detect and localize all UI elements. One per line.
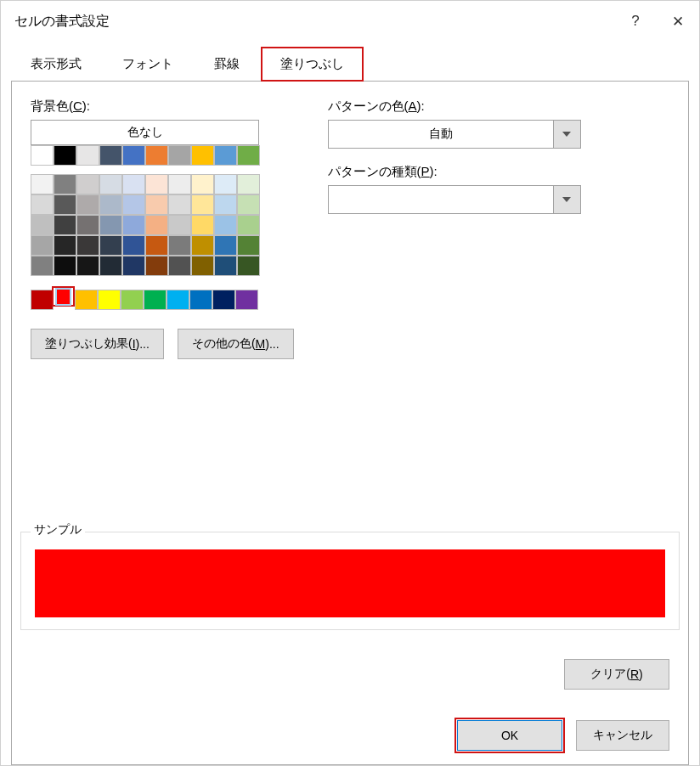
sample-preview <box>35 549 665 617</box>
color-swatch[interactable] <box>98 290 121 310</box>
palette-shade-row <box>31 235 294 256</box>
more-colors-button[interactable]: その他の色(M)... <box>178 329 294 359</box>
color-swatch[interactable] <box>214 145 237 166</box>
color-swatch[interactable] <box>214 215 237 235</box>
help-button[interactable]: ? <box>614 1 657 42</box>
palette-shade-row <box>31 256 294 276</box>
color-swatch[interactable] <box>191 145 214 166</box>
pattern-color-value: 自動 <box>329 121 553 148</box>
tab-font[interactable]: フォント <box>103 47 193 82</box>
color-swatch[interactable] <box>168 145 191 166</box>
color-swatch[interactable] <box>168 174 191 194</box>
color-swatch[interactable] <box>75 290 98 310</box>
color-swatch[interactable] <box>168 194 191 215</box>
color-swatch[interactable] <box>237 174 260 194</box>
color-swatch[interactable] <box>99 235 122 256</box>
color-swatch[interactable] <box>31 235 54 256</box>
color-swatch[interactable] <box>54 145 76 166</box>
color-swatch[interactable] <box>54 194 76 215</box>
color-swatch[interactable] <box>191 174 214 194</box>
color-swatch[interactable] <box>76 194 99 215</box>
color-swatch[interactable] <box>76 215 99 235</box>
color-swatch[interactable] <box>31 174 54 194</box>
color-swatch[interactable] <box>145 235 168 256</box>
color-swatch[interactable] <box>145 256 168 276</box>
color-swatch[interactable] <box>76 145 99 166</box>
color-swatch[interactable] <box>191 235 214 256</box>
palette-shade-row <box>31 174 294 194</box>
color-swatch[interactable] <box>122 256 145 276</box>
color-swatch[interactable] <box>237 256 260 276</box>
color-swatch[interactable] <box>76 235 99 256</box>
color-swatch[interactable] <box>145 194 168 215</box>
tab-fill[interactable]: 塗りつぶし <box>261 47 364 82</box>
color-swatch[interactable] <box>168 235 191 256</box>
color-swatch[interactable] <box>122 215 145 235</box>
color-swatch[interactable] <box>31 145 54 166</box>
color-swatch[interactable] <box>122 145 145 166</box>
color-swatch[interactable] <box>99 174 122 194</box>
color-swatch[interactable] <box>214 194 237 215</box>
pattern-type-value <box>329 186 553 213</box>
sample-group: サンプル <box>20 532 680 630</box>
color-swatch[interactable] <box>168 215 191 235</box>
color-swatch[interactable] <box>31 215 54 235</box>
color-swatch[interactable] <box>214 174 237 194</box>
color-swatch[interactable] <box>189 290 212 310</box>
color-swatch[interactable] <box>145 174 168 194</box>
tab-display-format[interactable]: 表示形式 <box>11 47 101 82</box>
color-swatch[interactable] <box>99 145 122 166</box>
color-swatch[interactable] <box>31 194 54 215</box>
dialog-footer-buttons: OK キャンセル <box>457 720 669 751</box>
tab-border[interactable]: 罫線 <box>195 47 259 82</box>
color-swatch[interactable] <box>167 290 189 310</box>
color-swatch[interactable] <box>145 215 168 235</box>
cancel-button[interactable]: キャンセル <box>576 720 669 751</box>
color-swatch[interactable] <box>76 256 99 276</box>
chevron-down-icon <box>553 121 580 148</box>
color-swatch[interactable] <box>237 215 260 235</box>
palette-theme-row <box>31 145 294 166</box>
color-swatch[interactable] <box>122 235 145 256</box>
color-swatch[interactable] <box>212 290 235 310</box>
color-swatch[interactable] <box>99 215 122 235</box>
color-swatch[interactable] <box>145 145 168 166</box>
color-swatch[interactable] <box>54 215 76 235</box>
color-swatch[interactable] <box>76 174 99 194</box>
pattern-color-label: パターンの色(A): <box>328 99 581 115</box>
pattern-type-label: パターンの種類(P): <box>328 164 581 180</box>
color-swatch[interactable] <box>31 290 54 310</box>
color-swatch[interactable] <box>214 235 237 256</box>
color-swatch[interactable] <box>237 145 260 166</box>
color-swatch[interactable] <box>144 290 167 310</box>
color-swatch[interactable] <box>99 256 122 276</box>
pattern-color-select[interactable]: 自動 <box>328 120 581 149</box>
color-swatch-selected[interactable] <box>52 286 75 307</box>
color-swatch[interactable] <box>54 174 76 194</box>
color-swatch[interactable] <box>191 215 214 235</box>
background-color-label: 背景色(C): <box>31 99 294 115</box>
color-swatch[interactable] <box>122 174 145 194</box>
color-swatch[interactable] <box>237 235 260 256</box>
color-swatch[interactable] <box>54 256 76 276</box>
palette-standard-row <box>31 290 294 310</box>
color-swatch[interactable] <box>54 235 76 256</box>
color-swatch[interactable] <box>191 194 214 215</box>
color-swatch[interactable] <box>31 256 54 276</box>
color-swatch[interactable] <box>235 290 258 310</box>
pattern-type-select[interactable] <box>328 185 581 214</box>
fill-effects-button[interactable]: 塗りつぶし効果(I)... <box>31 329 164 359</box>
color-swatch[interactable] <box>99 194 122 215</box>
ok-button[interactable]: OK <box>457 720 562 751</box>
close-button[interactable]: ✕ <box>657 1 699 42</box>
color-swatch[interactable] <box>168 256 191 276</box>
tabstrip: 表示形式 フォント 罫線 塗りつぶし <box>1 42 699 82</box>
color-swatch[interactable] <box>214 256 237 276</box>
color-swatch[interactable] <box>237 194 260 215</box>
color-swatch[interactable] <box>191 256 214 276</box>
color-swatch[interactable] <box>122 194 145 215</box>
chevron-down-icon <box>553 186 580 213</box>
no-color-button[interactable]: 色なし <box>31 120 259 145</box>
color-swatch[interactable] <box>121 290 144 310</box>
clear-button[interactable]: クリア(R) <box>564 659 669 690</box>
